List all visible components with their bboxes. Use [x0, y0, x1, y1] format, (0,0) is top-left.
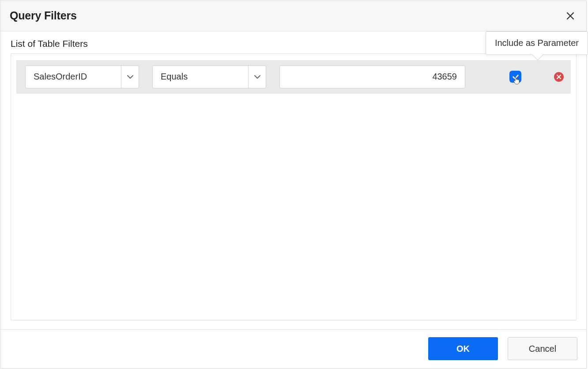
close-button[interactable] — [564, 10, 577, 22]
operator-select[interactable]: Equals — [152, 65, 266, 88]
tooltip: Include as Parameter — [486, 31, 588, 55]
query-filters-dialog: Query Filters List of Table Filters +ADD… — [0, 0, 587, 369]
dialog-footer: OK Cancel — [1, 329, 586, 368]
check-icon — [512, 73, 520, 81]
delete-filter-button[interactable] — [554, 72, 564, 82]
close-icon — [566, 11, 575, 20]
cancel-button[interactable]: Cancel — [508, 337, 577, 360]
tooltip-text: Include as Parameter — [495, 38, 579, 48]
operator-select-value: Equals — [161, 72, 188, 82]
operator-select-caret — [248, 66, 266, 88]
dialog-header: Query Filters — [1, 1, 586, 31]
column-select-caret — [121, 66, 139, 88]
chevron-down-icon — [126, 72, 135, 81]
value-input[interactable] — [279, 65, 465, 88]
column-select[interactable]: SalesOrderID — [25, 65, 139, 88]
dialog-body: List of Table Filters +ADD SalesOrderID … — [1, 31, 586, 329]
dialog-title: Query Filters — [10, 9, 77, 22]
close-icon — [556, 74, 562, 80]
include-parameter-checkbox[interactable] — [509, 71, 521, 83]
chevron-down-icon — [253, 72, 262, 81]
filters-container: SalesOrderID Equals — [11, 53, 577, 320]
filter-row-actions — [509, 71, 564, 83]
column-select-value: SalesOrderID — [34, 72, 87, 82]
ok-button[interactable]: OK — [428, 337, 498, 360]
section-label: List of Table Filters — [11, 38, 88, 49]
filter-row: SalesOrderID Equals — [16, 60, 571, 94]
